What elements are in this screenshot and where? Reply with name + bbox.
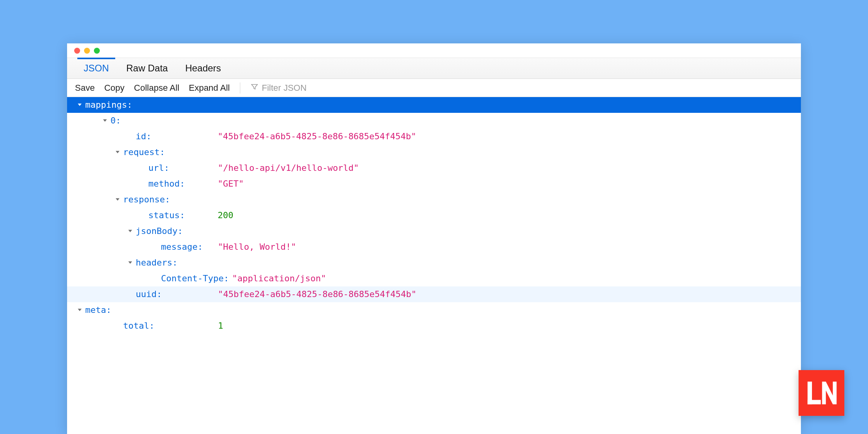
key-label: total:: [123, 318, 154, 334]
key-label: 0:: [110, 113, 121, 129]
key-label: request:: [123, 144, 165, 160]
brand-logo: [799, 370, 844, 416]
value-string: "GET": [218, 176, 244, 192]
node-content-type[interactable]: Content-Type: "application/json": [67, 271, 801, 286]
key-label: message:: [161, 239, 203, 255]
key-label: url:: [148, 160, 169, 176]
close-icon[interactable]: [74, 48, 80, 54]
json-tree: mappings: 0: id: "45bfee24-a6b5-4825-8e8…: [67, 97, 801, 334]
tab-raw-data[interactable]: Raw Data: [118, 58, 176, 79]
node-uuid[interactable]: uuid: "45bfee24-a6b5-4825-8e86-8685e54f4…: [67, 286, 801, 302]
chevron-down-icon: [77, 103, 83, 107]
key-label: id:: [136, 129, 152, 144]
collapse-all-button[interactable]: Collapse All: [134, 83, 180, 93]
chevron-down-icon: [127, 229, 133, 234]
minimize-icon[interactable]: [84, 48, 90, 54]
save-button[interactable]: Save: [75, 83, 95, 93]
tab-headers[interactable]: Headers: [176, 58, 230, 79]
toolbar: Save Copy Collapse All Expand All: [67, 79, 801, 97]
toolbar-divider: [240, 82, 240, 94]
filter-input[interactable]: [262, 83, 348, 93]
node-response[interactable]: response:: [67, 192, 801, 208]
chevron-down-icon: [114, 150, 121, 155]
chevron-down-icon: [77, 308, 83, 312]
chevron-down-icon: [102, 118, 108, 123]
node-mappings[interactable]: mappings:: [67, 97, 801, 113]
maximize-icon[interactable]: [94, 48, 100, 54]
node-status[interactable]: status: 200: [67, 208, 801, 223]
value-string: "Hello, World!": [218, 239, 296, 255]
node-total[interactable]: total: 1: [67, 318, 801, 334]
node-message[interactable]: message: "Hello, World!": [67, 239, 801, 255]
copy-button[interactable]: Copy: [104, 83, 124, 93]
expand-all-button[interactable]: Expand All: [189, 83, 230, 93]
key-label: uuid:: [136, 286, 162, 302]
node-url[interactable]: url: "/hello-api/v1/hello-world": [67, 160, 801, 176]
json-viewer-window: JSON Raw Data Headers Save Copy Collapse…: [67, 43, 801, 434]
filter-wrap: [251, 83, 348, 93]
svg-rect-1: [808, 400, 821, 404]
node-request[interactable]: request:: [67, 144, 801, 160]
key-label: status:: [148, 208, 185, 223]
node-meta[interactable]: meta:: [67, 302, 801, 318]
key-label: jsonBody:: [136, 223, 183, 239]
window-titlebar: [67, 43, 801, 58]
filter-icon: [251, 83, 258, 93]
node-index-0[interactable]: 0:: [67, 113, 801, 129]
key-label: headers:: [136, 255, 178, 271]
chevron-down-icon: [127, 260, 133, 265]
key-label: meta:: [85, 302, 111, 318]
tab-bar: JSON Raw Data Headers: [67, 58, 801, 79]
value-number: 200: [218, 208, 234, 223]
value-string: "45bfee24-a6b5-4825-8e86-8685e54f454b": [218, 129, 416, 144]
tab-json[interactable]: JSON: [75, 58, 118, 79]
key-label: method:: [148, 176, 185, 192]
value-number: 1: [218, 318, 223, 334]
value-string: "45bfee24-a6b5-4825-8e86-8685e54f454b": [218, 286, 416, 302]
key-label: Content-Type:: [161, 271, 229, 286]
node-jsonbody[interactable]: jsonBody:: [67, 223, 801, 239]
node-headers[interactable]: headers:: [67, 255, 801, 271]
value-string: "/hello-api/v1/hello-world": [218, 160, 359, 176]
key-label: mappings:: [85, 97, 132, 113]
chevron-down-icon: [114, 197, 121, 202]
node-id[interactable]: id: "45bfee24-a6b5-4825-8e86-8685e54f454…: [67, 129, 801, 144]
key-label: response:: [123, 192, 170, 208]
value-string: "application/json": [232, 271, 326, 286]
node-method[interactable]: method: "GET": [67, 176, 801, 192]
